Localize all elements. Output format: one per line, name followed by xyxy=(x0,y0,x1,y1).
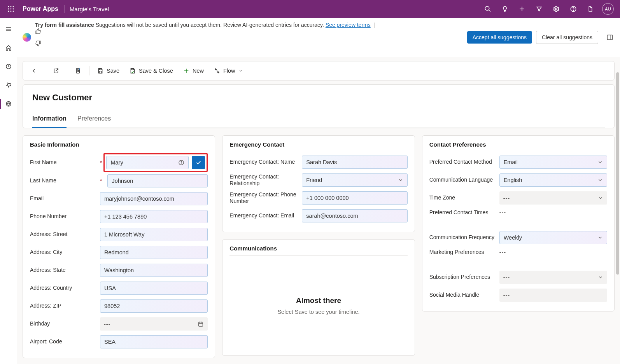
pref-method-label: Preferred Contact Method xyxy=(429,159,496,166)
settings-icon[interactable] xyxy=(548,0,565,18)
add-icon[interactable] xyxy=(513,0,531,18)
recent-icon[interactable] xyxy=(0,61,17,72)
copilot-badge-icon xyxy=(23,33,31,42)
lightbulb-icon[interactable] xyxy=(496,0,513,18)
form-assist-icon[interactable] xyxy=(71,65,85,76)
chevron-down-icon xyxy=(598,275,603,280)
filter-icon[interactable] xyxy=(531,0,548,18)
pref-marketing-value[interactable]: --- xyxy=(499,249,506,255)
chevron-down-icon xyxy=(597,177,603,183)
flow-button[interactable]: Flow xyxy=(210,65,247,76)
new-button[interactable]: New xyxy=(179,65,208,76)
pref-times-value[interactable]: --- xyxy=(499,209,506,215)
pref-sub-select[interactable]: --- xyxy=(499,271,607,284)
scrollbar[interactable] xyxy=(616,72,619,275)
ec-email-input[interactable] xyxy=(302,209,407,222)
svg-point-0 xyxy=(8,6,9,7)
chevron-down-icon xyxy=(597,159,603,165)
ec-name-input[interactable] xyxy=(302,156,407,169)
airport-label: Airport: Code xyxy=(30,338,96,345)
airport-input[interactable] xyxy=(100,335,208,348)
pref-freq-select[interactable]: Weekly xyxy=(499,231,607,244)
last-name-label: Last Name xyxy=(30,177,96,184)
required-indicator: * xyxy=(100,159,102,166)
ec-email-label: Emergency Contact: Email xyxy=(229,212,298,219)
city-label: Address: City xyxy=(30,249,96,256)
save-close-label: Save & Close xyxy=(139,68,173,74)
ec-relationship-label: Emergency Contact: Relationship xyxy=(229,173,298,187)
hamburger-icon[interactable] xyxy=(0,23,17,35)
thumbs-down-icon[interactable] xyxy=(35,34,377,53)
basic-information-section: Basic Information First Name * xyxy=(23,135,215,358)
divider xyxy=(65,5,65,13)
tab-preferences[interactable]: Preferences xyxy=(77,115,111,128)
svg-point-3 xyxy=(8,9,9,10)
svg-point-7 xyxy=(11,11,12,12)
preview-terms-link[interactable]: See preview terms xyxy=(326,22,371,28)
first-name-input[interactable] xyxy=(106,156,189,169)
pref-times-label: Preferred Contact Times xyxy=(429,209,496,216)
birthday-label: Birthday xyxy=(30,320,96,327)
street-input[interactable] xyxy=(100,228,208,241)
back-button[interactable] xyxy=(27,65,41,76)
svg-point-8 xyxy=(13,11,14,12)
search-icon[interactable] xyxy=(479,0,496,18)
section-title-communications: Communications xyxy=(229,245,407,256)
svg-rect-21 xyxy=(607,35,613,40)
state-label: Address: State xyxy=(30,267,96,274)
last-name-input[interactable] xyxy=(107,174,208,187)
svg-point-4 xyxy=(11,9,12,10)
pref-tz-select[interactable]: --- xyxy=(499,191,607,205)
city-input[interactable] xyxy=(100,246,208,259)
pin-icon[interactable] xyxy=(0,79,17,91)
help-icon[interactable] xyxy=(565,0,582,18)
birthday-input[interactable]: --- xyxy=(100,317,208,331)
country-label: Address: Country xyxy=(30,285,96,292)
app-launcher-icon[interactable] xyxy=(3,6,19,12)
save-button[interactable]: Save xyxy=(93,65,123,76)
save-close-button[interactable]: Save & Close xyxy=(126,65,177,76)
email-input[interactable] xyxy=(100,192,208,205)
timeline-heading: Almost there xyxy=(229,296,407,305)
svg-point-2 xyxy=(13,6,14,7)
pref-tz-label: Time Zone xyxy=(429,194,496,201)
pref-freq-label: Communication Frequency xyxy=(429,234,496,241)
emergency-contact-section: Emergency Contact Emergency Contact: Nam… xyxy=(222,135,415,232)
street-label: Address: Street xyxy=(30,231,96,238)
content-region: Try form fill assistance Suggestions wil… xyxy=(17,18,620,364)
copilot-icon[interactable] xyxy=(582,0,599,18)
entity-icon[interactable] xyxy=(0,98,17,110)
state-input[interactable] xyxy=(100,264,208,277)
ec-phone-input[interactable] xyxy=(302,191,407,205)
svg-point-31 xyxy=(181,161,182,161)
notice-title: Try form fill assistance xyxy=(35,22,94,28)
pref-social-input[interactable]: --- xyxy=(499,289,607,302)
user-avatar[interactable]: AU xyxy=(602,3,614,15)
calendar-icon[interactable] xyxy=(198,321,204,327)
page-title: New Customer xyxy=(32,93,605,103)
app-name[interactable]: Margie's Travel xyxy=(67,6,111,12)
pref-lang-select[interactable]: English xyxy=(499,173,607,187)
chevron-down-icon xyxy=(398,177,403,183)
tab-information[interactable]: Information xyxy=(32,115,67,128)
country-input[interactable] xyxy=(100,282,208,295)
accept-all-button[interactable]: Accept all suggestions xyxy=(467,31,532,44)
zip-input[interactable] xyxy=(100,299,208,313)
record-header-card: New Customer Information Preferences xyxy=(23,84,615,128)
clear-all-button[interactable]: Clear all suggestions xyxy=(536,31,598,44)
svg-rect-32 xyxy=(199,322,203,326)
email-label: Email xyxy=(30,195,96,202)
svg-rect-25 xyxy=(99,71,101,73)
phone-input[interactable] xyxy=(100,210,208,223)
home-icon[interactable] xyxy=(0,42,17,54)
first-name-highlight xyxy=(103,153,208,172)
open-in-new-icon[interactable] xyxy=(49,65,63,76)
zip-label: Address: ZIP xyxy=(30,303,96,310)
accept-suggestion-button[interactable] xyxy=(192,156,205,169)
pref-method-select[interactable]: Email xyxy=(499,156,607,169)
svg-rect-26 xyxy=(131,68,133,70)
side-panel-toggle-icon[interactable] xyxy=(605,33,615,42)
product-name[interactable]: Power Apps xyxy=(19,5,62,12)
info-icon[interactable] xyxy=(178,159,184,166)
ec-relationship-select[interactable]: Friend xyxy=(302,173,407,187)
